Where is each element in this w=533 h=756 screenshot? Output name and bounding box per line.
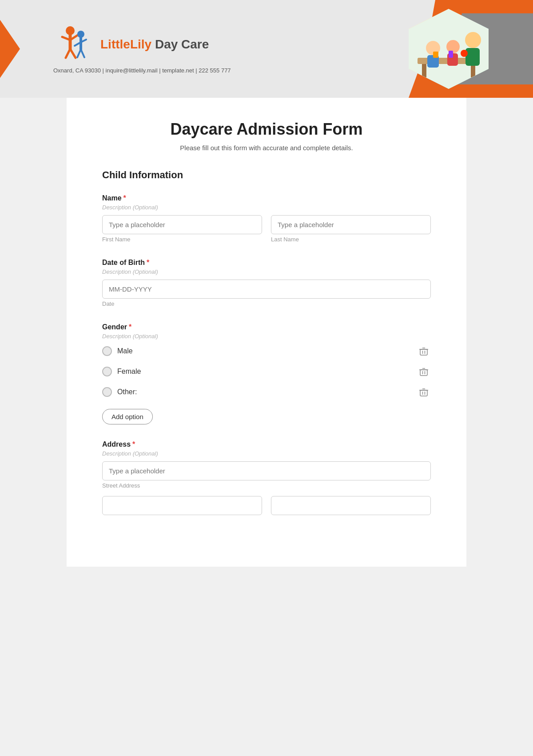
gender-option-female: Female bbox=[102, 364, 431, 379]
brand-name: LittleLily Day Care bbox=[100, 37, 209, 52]
dob-description: Description (Optional) bbox=[102, 268, 431, 275]
radio-female[interactable] bbox=[102, 367, 112, 376]
first-name-sublabel: First Name bbox=[102, 236, 262, 243]
delete-other-button[interactable] bbox=[417, 385, 431, 399]
add-option-button[interactable]: Add option bbox=[102, 409, 153, 424]
first-name-wrapper: First Name bbox=[102, 215, 262, 243]
svg-line-11 bbox=[81, 49, 84, 57]
name-label: Name * bbox=[102, 194, 431, 202]
dob-sublabel: Date bbox=[102, 300, 431, 307]
brand-part2: Day Care bbox=[151, 37, 209, 51]
name-required-star: * bbox=[123, 194, 126, 202]
address-street-input[interactable] bbox=[102, 461, 431, 480]
dob-required-star: * bbox=[147, 259, 149, 267]
trash-icon bbox=[419, 387, 429, 397]
svg-line-5 bbox=[70, 49, 76, 58]
section-child-info: Child Information bbox=[102, 169, 431, 181]
gender-other-label: Other: bbox=[117, 388, 137, 396]
delete-male-button[interactable] bbox=[417, 344, 431, 358]
address-label: Address * bbox=[102, 440, 431, 448]
svg-point-20 bbox=[465, 32, 481, 48]
delete-female-button[interactable] bbox=[417, 364, 431, 379]
classroom-photo bbox=[409, 9, 489, 89]
logo-area: LittleLily Day Care bbox=[53, 24, 231, 64]
address-bottom-row bbox=[102, 496, 431, 515]
radio-male[interactable] bbox=[102, 346, 112, 356]
dob-field-group: Date of Birth * Description (Optional) D… bbox=[102, 259, 431, 307]
form-subtitle: Please fill out this form with accurate … bbox=[102, 144, 431, 152]
address-city-wrapper bbox=[102, 496, 262, 515]
trash-icon bbox=[419, 346, 429, 356]
gender-required-star: * bbox=[129, 323, 131, 331]
header-left: LittleLily Day Care Oxnard, CA 93030 | i… bbox=[53, 24, 231, 74]
svg-rect-14 bbox=[422, 64, 426, 77]
svg-rect-30 bbox=[420, 370, 427, 376]
address-sublabel: Street Address bbox=[102, 482, 431, 489]
brand-part1: LittleLily bbox=[100, 37, 151, 51]
address-city-input[interactable] bbox=[102, 496, 262, 515]
page-header: LittleLily Day Care Oxnard, CA 93030 | i… bbox=[0, 0, 533, 98]
last-name-sublabel: Last Name bbox=[271, 236, 431, 243]
svg-line-10 bbox=[77, 49, 81, 57]
svg-rect-23 bbox=[449, 51, 453, 58]
trash-icon bbox=[419, 367, 429, 376]
address-state-input[interactable] bbox=[271, 496, 431, 515]
main-form-area: Daycare Admission Form Please fill out t… bbox=[67, 98, 466, 567]
gender-male-label: Male bbox=[117, 347, 133, 355]
address-required-star: * bbox=[132, 440, 135, 448]
hexagon-photo bbox=[409, 9, 489, 89]
header-right-decoration bbox=[346, 0, 533, 98]
name-field-group: Name * Description (Optional) First Name… bbox=[102, 194, 431, 243]
svg-point-24 bbox=[461, 50, 468, 57]
svg-point-18 bbox=[446, 40, 460, 53]
gender-field-group: Gender * Description (Optional) Male bbox=[102, 323, 431, 424]
name-input-row: First Name Last Name bbox=[102, 215, 431, 243]
svg-rect-21 bbox=[465, 48, 480, 66]
svg-rect-22 bbox=[433, 52, 438, 58]
gender-female-label: Female bbox=[117, 368, 141, 376]
last-name-wrapper: Last Name bbox=[271, 215, 431, 243]
gender-label: Gender * bbox=[102, 323, 431, 331]
last-name-input[interactable] bbox=[271, 215, 431, 234]
address-field-group: Address * Description (Optional) Street … bbox=[102, 440, 431, 515]
svg-rect-25 bbox=[420, 349, 427, 355]
gender-option-male: Male bbox=[102, 344, 431, 358]
address-state-wrapper bbox=[271, 496, 431, 515]
gender-option-other: Other: bbox=[102, 385, 431, 399]
dob-input[interactable] bbox=[102, 280, 431, 299]
radio-other[interactable] bbox=[102, 387, 112, 397]
svg-rect-15 bbox=[471, 64, 475, 77]
classroom-svg bbox=[409, 9, 489, 89]
form-title: Daycare Admission Form bbox=[102, 120, 431, 139]
add-option-label: Add option bbox=[111, 413, 143, 420]
address-description: Description (Optional) bbox=[102, 450, 431, 457]
logo-icon bbox=[53, 24, 93, 64]
dob-label: Date of Birth * bbox=[102, 259, 431, 267]
svg-rect-35 bbox=[420, 390, 427, 396]
gender-description: Description (Optional) bbox=[102, 333, 431, 340]
svg-line-4 bbox=[66, 49, 70, 58]
contact-info: Oxnard, CA 93030 | inquire@littlelily.ma… bbox=[53, 67, 231, 74]
first-name-input[interactable] bbox=[102, 215, 262, 234]
name-description: Description (Optional) bbox=[102, 204, 431, 211]
